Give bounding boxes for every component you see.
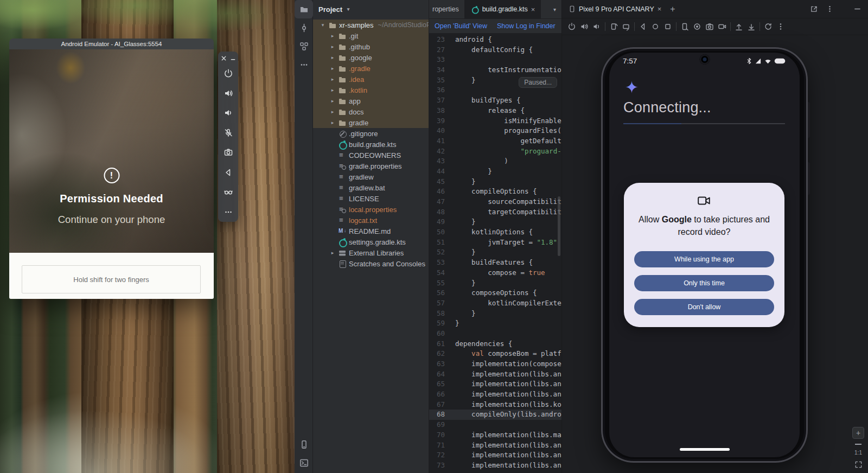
- terminal-button[interactable]: [295, 453, 313, 472]
- tree-item[interactable]: ▸ .kotlin: [313, 85, 429, 95]
- code-line[interactable]: 41 getDefaultPr: [429, 136, 561, 146]
- code-line[interactable]: 47 sourceCompatibility: [429, 197, 561, 207]
- tree-item[interactable]: ▸ External Libraries: [313, 247, 429, 258]
- tree-item[interactable]: ▸ .git: [313, 30, 429, 41]
- zoom-in-button[interactable]: +: [852, 427, 864, 439]
- device-manager-button[interactable]: [295, 435, 313, 453]
- power-icon[interactable]: [567, 22, 576, 31]
- code-line[interactable]: 37 buildTypes {: [429, 95, 561, 106]
- code-line[interactable]: 56 composeOptions {: [429, 288, 561, 298]
- power-button[interactable]: [218, 63, 238, 84]
- tree-item[interactable]: logcat.txt: [313, 215, 429, 226]
- code-line[interactable]: 49 }: [429, 217, 561, 227]
- tree-item[interactable]: settings.gradle.kts: [313, 237, 429, 247]
- minimize-icon[interactable]: [230, 55, 236, 61]
- tree-item[interactable]: .gitignore: [313, 128, 429, 139]
- code-editor[interactable]: 23 android { 27 defaultConfig { 33 34 te…: [429, 34, 561, 473]
- volume-up-icon[interactable]: [580, 22, 589, 31]
- code-line[interactable]: 54 compose = true: [429, 268, 561, 278]
- tree-root-item[interactable]: ▾ xr-samples ~/AndroidStudioProj: [313, 20, 429, 30]
- emulator-screen[interactable]: ! Permission Needed Continue on your pho…: [9, 49, 214, 253]
- code-line[interactable]: 69: [429, 420, 561, 430]
- project-tool-button[interactable]: [295, 0, 313, 18]
- code-line[interactable]: 68 compileOnly(libs.android: [429, 410, 561, 420]
- restart-icon[interactable]: [764, 22, 773, 31]
- tree-item[interactable]: LICENSE: [313, 193, 429, 204]
- phone-screen[interactable]: 7:57 Connecting...: [609, 53, 800, 457]
- code-line[interactable]: 61 dependencies {: [429, 339, 561, 349]
- code-line[interactable]: 63 implementation(composeBo: [429, 359, 561, 369]
- code-line[interactable]: 45 }: [429, 177, 561, 187]
- tree-item[interactable]: build.gradle.kts: [313, 139, 429, 150]
- home-icon[interactable]: [651, 22, 660, 31]
- download-icon[interactable]: [747, 22, 756, 31]
- open-build-view-link[interactable]: Open 'Build' View: [435, 22, 487, 30]
- code-line[interactable]: 23 android {: [429, 35, 561, 45]
- code-line[interactable]: 64 implementation(libs.andr: [429, 369, 561, 380]
- code-line[interactable]: 44 }: [429, 167, 561, 177]
- code-line[interactable]: 71 implementation(libs.andr: [429, 440, 561, 451]
- open-in-window-icon[interactable]: [810, 5, 818, 13]
- camera-button[interactable]: [218, 143, 238, 163]
- back-icon[interactable]: [639, 22, 647, 31]
- hide-panel-icon[interactable]: [853, 5, 861, 13]
- code-line[interactable]: 43 ): [429, 156, 561, 167]
- tree-item[interactable]: gradle.properties: [313, 161, 429, 171]
- more-tool-windows-button[interactable]: [295, 55, 313, 74]
- code-line[interactable]: 52 }: [429, 247, 561, 258]
- code-line[interactable]: 27 defaultConfig {: [429, 45, 561, 55]
- device-tab-pixel-9-pro[interactable]: Pixel 9 Pro API CANARY ×: [566, 5, 663, 13]
- back-button[interactable]: [218, 162, 238, 182]
- code-line[interactable]: 34 testInstrumentationR: [429, 65, 561, 75]
- permission-button[interactable]: Only this time: [634, 275, 774, 291]
- add-device-tab-button[interactable]: +: [668, 4, 677, 14]
- camera-photo-icon[interactable]: [705, 22, 714, 31]
- code-line[interactable]: 59 }: [429, 318, 561, 329]
- editor-scrollbar[interactable]: [558, 196, 560, 256]
- code-line[interactable]: 57 kotlinCompilerExtens: [429, 298, 561, 309]
- kebab-menu-icon[interactable]: [826, 5, 834, 13]
- screen-record-icon[interactable]: [693, 22, 701, 31]
- code-line[interactable]: 53 buildFeatures {: [429, 258, 561, 268]
- code-line[interactable]: 58 }: [429, 309, 561, 319]
- code-line[interactable]: 62 val composeBom = platfor: [429, 349, 561, 359]
- volume-down-icon[interactable]: [592, 22, 601, 31]
- overview-icon[interactable]: [663, 22, 672, 31]
- tree-item[interactable]: README.md: [313, 226, 429, 237]
- glasses-pose-button[interactable]: [218, 182, 238, 202]
- tree-item[interactable]: ▸ .github: [313, 41, 429, 52]
- code-line[interactable]: 51 jvmTarget = "1.8": [429, 238, 561, 248]
- kebab-menu-icon[interactable]: [776, 22, 785, 31]
- tree-item[interactable]: ▸ .gradle: [313, 63, 429, 74]
- mic-muted-button[interactable]: [218, 123, 238, 143]
- commit-tool-button[interactable]: [295, 18, 313, 37]
- code-line[interactable]: 40 proguardFiles(: [429, 126, 561, 136]
- tree-item[interactable]: ▸ docs: [313, 106, 429, 117]
- code-line[interactable]: 50 kotlinOptions {: [429, 227, 561, 238]
- zoom-out-button[interactable]: [855, 444, 861, 445]
- tree-item[interactable]: ▸ .idea: [313, 74, 429, 85]
- code-line[interactable]: 55 }: [429, 278, 561, 289]
- project-panel-header[interactable]: Project ▾: [313, 0, 429, 18]
- permission-button[interactable]: Don't allow: [634, 299, 774, 315]
- camera-video-icon[interactable]: [718, 22, 726, 31]
- code-line[interactable]: 70 implementation(libs.mate: [429, 430, 561, 440]
- code-line[interactable]: 33: [429, 55, 561, 65]
- code-line[interactable]: 67 implementation(libs.kotl: [429, 400, 561, 410]
- tab-gradle-properties[interactable]: roperties: [429, 0, 465, 18]
- volume-up-button[interactable]: [218, 83, 238, 103]
- tree-item[interactable]: ▸ .google: [313, 52, 429, 63]
- tree-item[interactable]: local.properties: [313, 204, 429, 215]
- tree-item[interactable]: CODEOWNERS: [313, 150, 429, 161]
- tab-build-gradle-kts[interactable]: build.gradle.kts ×: [465, 0, 541, 18]
- rotate-right-icon[interactable]: [622, 22, 630, 31]
- close-icon[interactable]: [221, 55, 227, 61]
- screenshot-icon[interactable]: [680, 22, 689, 31]
- tree-item[interactable]: gradlew.bat: [313, 182, 429, 193]
- chevron-expanded-icon[interactable]: ▾: [320, 22, 326, 28]
- code-line[interactable]: 73 implementation(libs.andr: [429, 461, 561, 471]
- fit-to-window-icon[interactable]: [854, 461, 863, 469]
- show-log-in-finder-link[interactable]: Show Log in Finder: [497, 22, 556, 30]
- close-tab-icon[interactable]: ×: [531, 5, 535, 14]
- upload-icon[interactable]: [735, 22, 743, 31]
